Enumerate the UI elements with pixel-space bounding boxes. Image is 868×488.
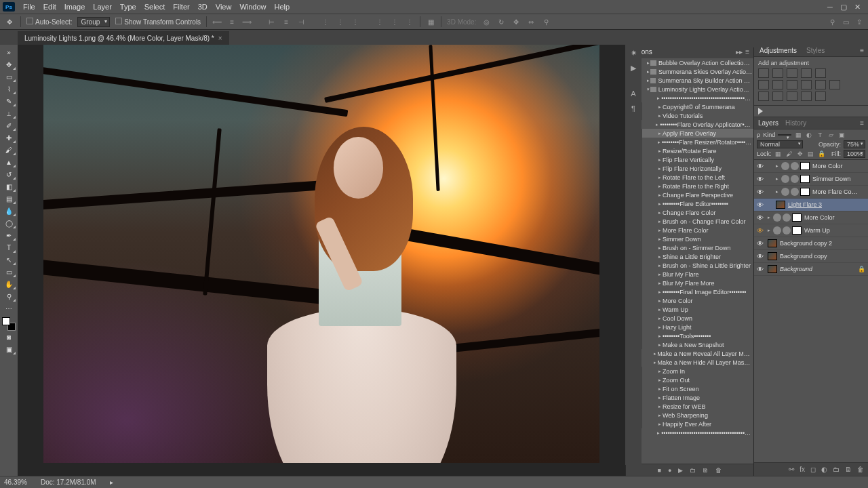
trash-icon[interactable]: 🗑 xyxy=(857,466,864,473)
action-row[interactable]: ✓▫▸Flatten Image xyxy=(626,393,753,402)
quick-select-tool[interactable]: ✎ xyxy=(1,95,16,107)
auto-select-dropdown[interactable]: Group xyxy=(77,17,110,27)
new-set-icon[interactable]: 🗀 xyxy=(690,467,696,474)
search-icon[interactable]: ⚲ xyxy=(827,17,837,26)
layers-list[interactable]: 👁▸More Color👁▸Simmer Down👁▸More Flare Co… xyxy=(754,160,868,462)
filter-smart-icon[interactable]: ▣ xyxy=(837,131,846,139)
collapsed-icon[interactable]: A xyxy=(628,88,639,99)
action-row[interactable]: ✓▫▸Blur My Flare xyxy=(626,270,753,279)
eyedropper-tool[interactable]: ✐ xyxy=(1,119,16,131)
filter-pixel-icon[interactable]: ▦ xyxy=(794,131,802,139)
align-top-icon[interactable]: ⟸ xyxy=(212,17,222,26)
action-row[interactable]: ✓▫▸Apply Flare Overlay xyxy=(626,129,753,138)
action-row[interactable]: ✓▫▸Rotate Flare to the Left xyxy=(626,173,753,182)
screen-mode-icon[interactable]: ▣ xyxy=(1,343,16,355)
layer-row[interactable]: 👁▸More Color xyxy=(754,211,868,224)
action-row[interactable]: ✓▫▸Change Flare Color xyxy=(626,208,753,217)
close-tab-icon[interactable]: × xyxy=(218,35,222,42)
zoom-tool[interactable]: ⚲ xyxy=(1,290,16,302)
action-row[interactable]: ✓▫▸••••••••Final Image Editor•••••••• xyxy=(626,287,753,296)
action-row[interactable]: ✓▫▸•••••••••••••••••••••••••••••••••••••… xyxy=(626,94,753,102)
action-row[interactable]: ✓▫▸Brush on - Simmer Down xyxy=(626,243,753,252)
channelmixer-icon[interactable] xyxy=(815,80,826,89)
type-tool[interactable]: T xyxy=(1,241,16,253)
distribute-icon[interactable]: ⋮ xyxy=(336,17,345,26)
menu-3d[interactable]: 3D xyxy=(194,1,212,12)
lock-nest-icon[interactable]: ▤ xyxy=(807,150,815,158)
lock-pos-icon[interactable]: ✥ xyxy=(796,150,804,158)
action-row[interactable]: ✓▫▸Make a New Reveal All Layer Mask (W… xyxy=(626,349,753,358)
menu-window[interactable]: Window xyxy=(235,1,270,12)
align-vcenter-icon[interactable]: ≡ xyxy=(227,17,237,26)
tab-layers[interactable]: Layers xyxy=(758,119,778,127)
align-bottom-icon[interactable]: ⟹ xyxy=(242,17,252,26)
action-row[interactable]: ✓▫▸Copyright© of Summerana xyxy=(626,102,753,111)
zoom-level[interactable]: 46.39% xyxy=(4,479,27,486)
hand-tool[interactable]: ✋ xyxy=(1,278,16,290)
layer-row[interactable]: 👁Background copy xyxy=(754,250,868,263)
show-transform-checkbox[interactable]: Show Transform Controls xyxy=(115,18,201,26)
record-icon[interactable]: ● xyxy=(668,467,671,474)
auto-align-icon[interactable]: ▦ xyxy=(426,17,435,26)
distribute-icon[interactable]: ⋮ xyxy=(321,17,330,26)
collapsed-icon[interactable]: ▶ xyxy=(628,62,639,73)
minimize-button[interactable]: ─ xyxy=(826,3,834,11)
action-row[interactable]: ✓▫▸Happily Ever After xyxy=(626,420,753,428)
selcolor-icon[interactable] xyxy=(815,92,826,101)
action-row[interactable]: ✓▫▸Simmer Down xyxy=(626,235,753,243)
path-select-tool[interactable]: ↖ xyxy=(1,253,16,266)
action-row[interactable]: ✓▸Summerana Sky Builder Action Collect… xyxy=(626,76,753,85)
exposure-icon[interactable] xyxy=(801,68,812,78)
share-icon[interactable]: ⇪ xyxy=(854,17,864,26)
distribute-icon[interactable]: ⋮ xyxy=(375,17,384,26)
auto-select-checkbox[interactable]: Auto-Select: xyxy=(26,18,72,26)
blend-mode-dropdown[interactable]: Normal xyxy=(757,140,803,148)
link-icon[interactable]: ⚯ xyxy=(789,466,794,473)
action-row[interactable]: ✓▫▸Zoom In xyxy=(626,367,753,375)
crop-tool[interactable]: ⟂ xyxy=(1,107,16,119)
levels-icon[interactable] xyxy=(772,68,783,78)
action-row[interactable]: ✓▾Luminosity Lights Overlay Action Colle… xyxy=(626,85,753,94)
filter-shape-icon[interactable]: ▱ xyxy=(827,131,835,139)
pen-tool[interactable]: ✒ xyxy=(1,229,16,241)
color-swatches[interactable] xyxy=(2,317,16,331)
dodge-tool[interactable]: ◯ xyxy=(1,217,16,229)
action-row[interactable]: ✓▫▸Rotate Flare to the Right xyxy=(626,182,753,190)
tab-styles[interactable]: Styles xyxy=(805,45,826,56)
brush-tool[interactable]: 🖌 xyxy=(1,144,16,156)
adjustment-icon[interactable]: ◐ xyxy=(821,466,827,473)
new-layer-icon[interactable]: 🗎 xyxy=(845,466,852,473)
action-row[interactable]: ✓▫▸Cool Down xyxy=(626,314,753,323)
action-row[interactable]: ✓▫▸Resize for WEB xyxy=(626,402,753,411)
collapse-icon[interactable]: » xyxy=(1,46,16,58)
action-row[interactable]: ✓▫▸Resize/Rotate Flare xyxy=(626,146,753,155)
menu-help[interactable]: Help xyxy=(271,1,294,12)
document-canvas[interactable] xyxy=(43,45,599,463)
opacity-value[interactable]: 75% xyxy=(844,140,865,148)
play-strip[interactable] xyxy=(754,105,868,117)
colorbalance-icon[interactable] xyxy=(772,80,783,89)
mask-icon[interactable]: ◻ xyxy=(810,466,816,473)
panel-menu-icon[interactable]: ≡ xyxy=(745,48,749,56)
stamp-tool[interactable]: ▲ xyxy=(1,156,16,168)
photofilter-icon[interactable] xyxy=(801,80,812,89)
action-row[interactable]: ✓▫▸•••••••••••••••••••••••••••••••••••••… xyxy=(626,428,753,437)
align-hcenter-icon[interactable]: ≡ xyxy=(281,17,291,26)
action-row[interactable]: ✓▫▸Video Tutorials xyxy=(626,111,753,120)
action-row[interactable]: ✓▫▸Make a New Hide All Layer Mask (Black… xyxy=(626,358,753,367)
action-row[interactable]: ✓▫▸Blur My Flare More xyxy=(626,279,753,287)
fill-value[interactable]: 100% xyxy=(844,150,865,158)
action-row[interactable]: ✓▫▸Web Sharpening xyxy=(626,411,753,420)
action-row[interactable]: ✓▫▸Flip Flare Horizontally xyxy=(626,164,753,173)
shape-tool[interactable]: ▭ xyxy=(1,266,16,278)
action-row[interactable]: ✓▫▸••••••••Tools•••••••• xyxy=(626,331,753,340)
lock-trans-icon[interactable]: ▦ xyxy=(774,150,783,158)
status-arrow-icon[interactable]: ▸ xyxy=(110,479,113,486)
edit-toolbar-icon[interactable]: ⋯ xyxy=(1,302,16,314)
action-row[interactable]: ✓▫▸••••••••Flare Overlay Applicator•••••… xyxy=(626,120,753,129)
action-row[interactable]: ✓▫▸••••••••Flare Resizer/Rotator•••••••• xyxy=(626,138,753,146)
tab-history[interactable]: History xyxy=(785,119,806,127)
trash-icon[interactable]: 🗑 xyxy=(715,467,722,474)
gradient-tool[interactable]: ▤ xyxy=(1,192,16,205)
curves-icon[interactable] xyxy=(787,68,797,78)
